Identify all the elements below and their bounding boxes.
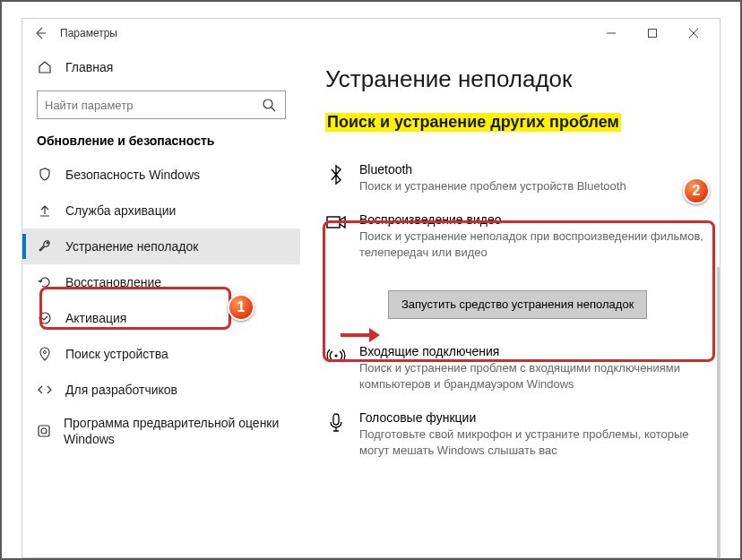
home-label: Главная (65, 60, 113, 74)
sidebar-item-label: Служба архивации (65, 203, 176, 218)
microphone-icon (327, 412, 345, 434)
maximize-icon (647, 28, 658, 39)
svg-rect-8 (333, 414, 339, 425)
window-controls (591, 19, 714, 47)
maximize-button[interactable] (632, 19, 673, 47)
sidebar-item-label: Восстановление (65, 275, 161, 289)
item-title: Голосовые функции (359, 410, 709, 425)
nav-list: Безопасность Windows Служба архивации Ус… (22, 157, 300, 454)
window-body: Главная Обновление и безопасность Безопа… (22, 47, 720, 557)
page-title: Устранение неполадок (325, 65, 712, 93)
troubleshoot-item-voice[interactable]: Голосовые функции Подготовьте свой микро… (325, 405, 712, 471)
sidebar-item-activation[interactable]: Активация (22, 300, 300, 336)
svg-rect-4 (39, 426, 49, 436)
sidebar-item-label: Безопасность Windows (65, 168, 200, 182)
content-pane: Устранение неполадок Поиск и устранение … (300, 47, 720, 557)
sidebar-item-label: Поиск устройства (65, 347, 168, 361)
minimize-button[interactable] (591, 19, 632, 47)
sidebar-section-header: Обновление и безопасность (22, 134, 300, 157)
home-icon (38, 60, 52, 74)
item-desc: Подготовьте свой микрофон и устраните пр… (359, 426, 709, 459)
back-button[interactable] (28, 21, 53, 46)
item-title: Воспроизведение видео (359, 212, 709, 227)
sidebar-item-insider[interactable]: Программа предварительной оценки Windows (22, 408, 300, 454)
scrollbar[interactable] (717, 267, 720, 557)
troubleshoot-item-incoming[interactable]: Входящие подключения Поиск и устранение … (325, 339, 712, 405)
wrench-icon (38, 239, 52, 254)
item-desc: Поиск и устранение проблем устройств Blu… (359, 178, 709, 194)
recovery-icon (38, 275, 52, 289)
svg-rect-0 (649, 30, 657, 38)
location-icon (38, 347, 52, 361)
search-box[interactable] (37, 90, 286, 119)
sidebar-item-recovery[interactable]: Восстановление (22, 264, 300, 300)
titlebar: Параметры (22, 19, 720, 47)
bluetooth-icon (327, 164, 345, 185)
sidebar-item-label: Устранение неполадок (65, 239, 198, 254)
window-title: Параметры (60, 27, 117, 39)
svg-point-2 (39, 313, 50, 323)
minimize-icon (606, 28, 617, 39)
section-subtitle: Поиск и устранение других проблем (325, 113, 621, 132)
sidebar-item-security[interactable]: Безопасность Windows (22, 157, 300, 193)
arrow-left-icon (33, 26, 47, 40)
close-icon (688, 28, 699, 39)
annotation-badge-1: 1 (228, 294, 255, 321)
video-icon (326, 214, 346, 230)
antenna-icon (326, 346, 346, 366)
home-link[interactable]: Главная (22, 51, 300, 83)
svg-point-1 (263, 99, 272, 108)
annotation-arrow-icon (339, 326, 384, 344)
settings-window: Параметры Главная Обновлени (22, 18, 720, 558)
search-icon (262, 98, 276, 112)
shield-icon (38, 168, 52, 182)
close-button[interactable] (673, 19, 714, 47)
annotation-badge-2: 2 (683, 177, 710, 204)
sidebar-item-label: Активация (65, 311, 126, 325)
svg-point-5 (41, 428, 47, 434)
item-desc: Поиск и устранение неполадок при воспрои… (359, 228, 709, 261)
search-wrap (22, 83, 300, 134)
sidebar-item-label: Программа предварительной оценки Windows (64, 415, 286, 447)
sidebar-item-backup[interactable]: Служба архивации (22, 193, 300, 228)
item-desc: Поиск и устранение проблем с входящими п… (359, 360, 709, 392)
svg-point-7 (335, 354, 338, 357)
check-circle-icon (38, 311, 52, 325)
run-troubleshooter-button[interactable]: Запустить средство устранения неполадок (388, 290, 647, 319)
troubleshoot-item-video[interactable]: Воспроизведение видео Поиск и устранение… (325, 207, 712, 273)
frame: Параметры Главная Обновлени (0, 0, 742, 560)
insider-icon (37, 424, 51, 438)
code-icon (38, 383, 52, 397)
troubleshoot-item-bluetooth[interactable]: Bluetooth Поиск и устранение проблем уст… (325, 157, 712, 207)
item-title: Входящие подключения (359, 344, 709, 358)
sidebar-item-developers[interactable]: Для разработчиков (22, 372, 300, 408)
svg-point-3 (44, 351, 47, 354)
sidebar-item-troubleshoot[interactable]: Устранение неполадок (22, 228, 300, 264)
sidebar-item-label: Для разработчиков (65, 383, 177, 397)
upload-icon (38, 203, 52, 218)
item-title: Bluetooth (359, 162, 709, 177)
sidebar-item-find-device[interactable]: Поиск устройства (22, 336, 300, 372)
svg-rect-6 (327, 217, 340, 228)
search-input[interactable] (45, 99, 262, 112)
sidebar: Главная Обновление и безопасность Безопа… (22, 47, 300, 557)
